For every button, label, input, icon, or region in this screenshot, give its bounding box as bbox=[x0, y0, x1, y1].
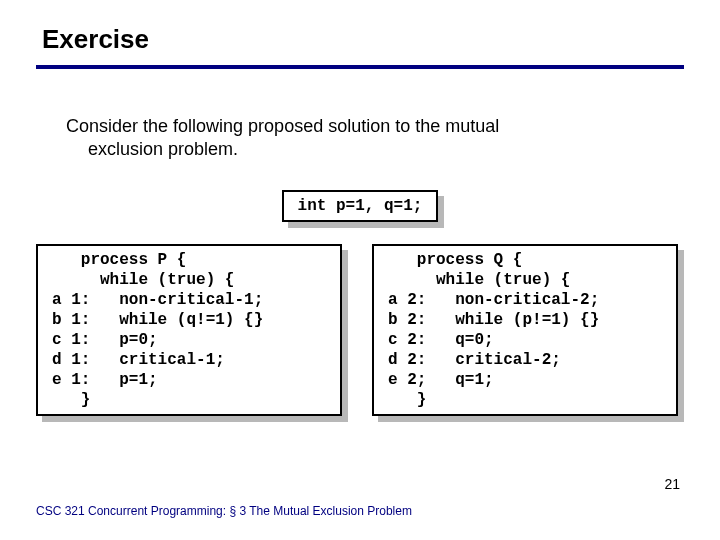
title-rule bbox=[36, 65, 684, 69]
intro-line-1: Consider the following proposed solution… bbox=[66, 115, 672, 138]
intro-line-2: exclusion problem. bbox=[88, 138, 672, 161]
footer-text: CSC 321 Concurrent Programming: § 3 The … bbox=[36, 504, 412, 518]
process-p-codebox: process P { while (true) { a 1: non-crit… bbox=[36, 244, 342, 416]
page-number: 21 bbox=[664, 476, 680, 492]
declaration-row: int p=1, q=1; bbox=[36, 190, 684, 222]
slide: Exercise Consider the following proposed… bbox=[0, 0, 720, 416]
process-row: process P { while (true) { a 1: non-crit… bbox=[36, 244, 678, 416]
declaration-codebox: int p=1, q=1; bbox=[282, 190, 439, 222]
page-title: Exercise bbox=[42, 24, 684, 55]
process-q-codebox: process Q { while (true) { a 2: non-crit… bbox=[372, 244, 678, 416]
intro-text: Consider the following proposed solution… bbox=[66, 115, 672, 160]
